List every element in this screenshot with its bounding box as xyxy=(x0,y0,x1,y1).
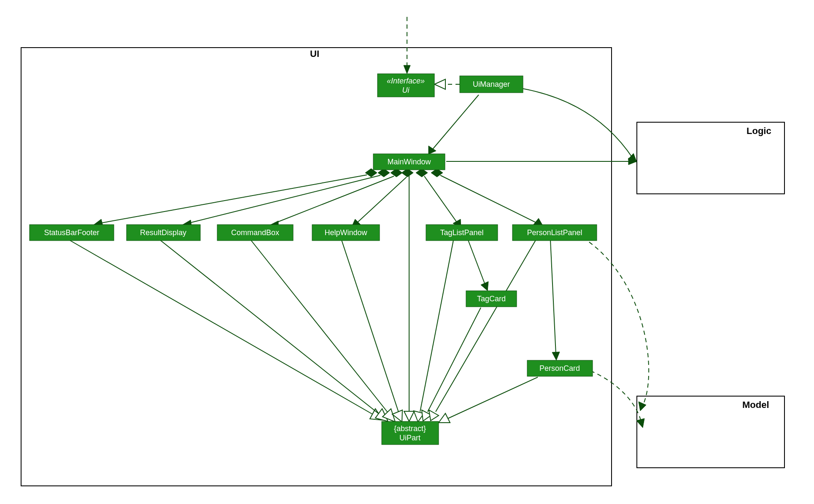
node-personlistpanel-name: PersonListPanel xyxy=(527,228,582,237)
node-uimanager: UiManager xyxy=(460,76,523,93)
node-mainwindow-name: MainWindow xyxy=(387,158,431,166)
node-statusbarfooter: StatusBarFooter xyxy=(30,225,114,241)
node-uimanager-name: UiManager xyxy=(473,80,510,88)
package-logic-label: Logic xyxy=(747,126,771,136)
node-commandbox-name: CommandBox xyxy=(231,228,279,237)
package-model-label: Model xyxy=(742,399,769,410)
edge-external-to-ui xyxy=(404,17,410,74)
node-ui-interface: «Interface» Ui xyxy=(377,74,434,97)
node-resultdisplay-name: ResultDisplay xyxy=(140,228,186,237)
node-uipart-name: UiPart xyxy=(399,434,420,442)
node-commandbox: CommandBox xyxy=(217,225,293,241)
package-ui: UI xyxy=(21,48,612,486)
node-ui-name: Ui xyxy=(402,86,410,94)
node-personlistpanel: PersonListPanel xyxy=(512,225,597,241)
node-tagcard: TagCard xyxy=(466,291,517,307)
node-uipart-stereotype: {abstract} xyxy=(394,424,426,433)
node-taglistpanel-name: TagListPanel xyxy=(440,228,483,237)
node-helpwindow-name: HelpWindow xyxy=(324,228,367,237)
node-uipart: {abstract} UiPart xyxy=(382,421,439,445)
node-tagcard-name: TagCard xyxy=(477,295,506,303)
node-resultdisplay: ResultDisplay xyxy=(127,225,200,241)
node-taglistpanel: TagListPanel xyxy=(426,225,498,241)
node-statusbarfooter-name: StatusBarFooter xyxy=(44,228,99,237)
node-personcard: PersonCard xyxy=(527,360,593,376)
node-ui-stereotype: «Interface» xyxy=(387,77,425,85)
node-mainwindow: MainWindow xyxy=(373,154,445,170)
package-ui-label: UI xyxy=(310,48,319,59)
package-logic: Logic xyxy=(637,122,784,194)
uml-class-diagram: UI Logic Model xyxy=(0,0,814,504)
svg-rect-0 xyxy=(21,48,612,486)
node-helpwindow: HelpWindow xyxy=(312,225,380,241)
package-model: Model xyxy=(637,396,784,468)
node-personcard-name: PersonCard xyxy=(539,364,580,373)
